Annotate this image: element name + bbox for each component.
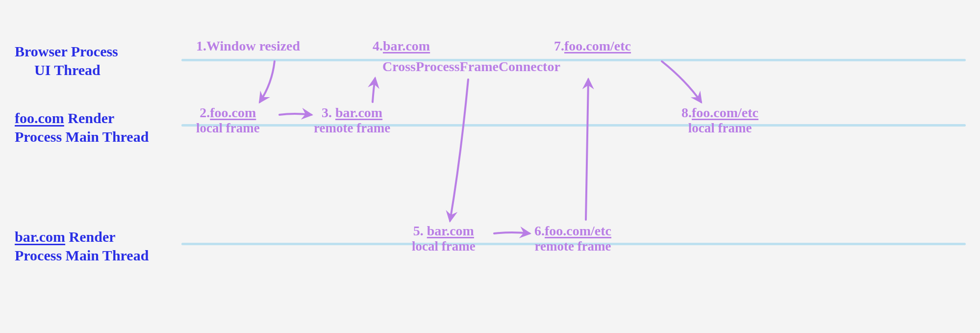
node-1-label: Window resized — [206, 38, 300, 53]
arrow-5-6 — [494, 232, 529, 233]
node-5-num: 5. — [413, 223, 424, 238]
node-8-sub: local frame — [681, 121, 758, 136]
node-8-label: foo.com/etc — [692, 105, 758, 120]
node-4-num: 4. — [373, 38, 383, 53]
node-3-label: bar.com — [335, 105, 382, 120]
lane-label-bar: bar.com Render Process Main Thread — [15, 228, 149, 264]
node-7-num: 7. — [554, 38, 564, 53]
arrows-layer — [0, 0, 980, 333]
arrow-1-2 — [260, 61, 275, 102]
node-6-num: 6. — [534, 223, 545, 238]
node-8: 8.foo.com/etc local frame — [681, 105, 758, 136]
lane-label-foo: foo.com Render Process Main Thread — [15, 109, 149, 146]
lane-label-foo-line2: Process Main Thread — [15, 128, 149, 145]
node-6-label: foo.com/etc — [545, 223, 611, 238]
node-7-label: foo.com/etc — [564, 38, 631, 53]
arrow-7-8 — [662, 61, 701, 102]
node-6: 6.foo.com/etc remote frame — [534, 223, 611, 254]
node-2: 2.foo.com local frame — [196, 105, 260, 136]
node-5: 5. bar.com local frame — [412, 223, 476, 254]
node-5-label: bar.com — [427, 223, 474, 238]
lane-label-line1: Browser Process — [15, 43, 118, 59]
lane-label-browser: Browser Process UI Thread — [15, 42, 118, 79]
node-3: 3. bar.com remote frame — [314, 105, 390, 136]
cpfc-label: CrossProcessFrameConnector — [382, 59, 560, 75]
lane-label-foo-domain: foo.com — [15, 110, 64, 126]
node-2-num: 2. — [200, 105, 210, 120]
cpfc-text: CrossProcessFrameConnector — [382, 59, 560, 74]
arrow-2-3 — [279, 114, 311, 115]
node-1: 1.Window resized — [196, 38, 300, 54]
node-1-num: 1. — [196, 38, 206, 53]
node-6-sub: remote frame — [534, 239, 611, 254]
lane-label-bar-domain: bar.com — [15, 229, 65, 245]
node-2-sub: local frame — [196, 121, 260, 136]
node-7: 7.foo.com/etc — [554, 38, 631, 54]
node-3-num: 3. — [322, 105, 332, 120]
lane-label-foo-mid: Render — [64, 110, 114, 126]
lane-line-2 — [181, 124, 966, 127]
node-4: 4.bar.com — [373, 38, 430, 54]
lane-label-bar-line2: Process Main Thread — [15, 247, 149, 263]
arrow-4-5 — [450, 79, 468, 221]
node-2-label: foo.com — [210, 105, 256, 120]
arrow-6-7 — [586, 79, 588, 220]
node-3-sub: remote frame — [314, 121, 390, 136]
node-8-num: 8. — [681, 105, 692, 120]
node-5-sub: local frame — [412, 239, 476, 254]
node-4-label: bar.com — [383, 38, 430, 53]
lane-line-1 — [181, 59, 966, 61]
arrow-3-4 — [373, 78, 375, 102]
lane-label-bar-mid: Render — [65, 229, 115, 245]
lane-label-line2: UI Thread — [15, 62, 101, 78]
